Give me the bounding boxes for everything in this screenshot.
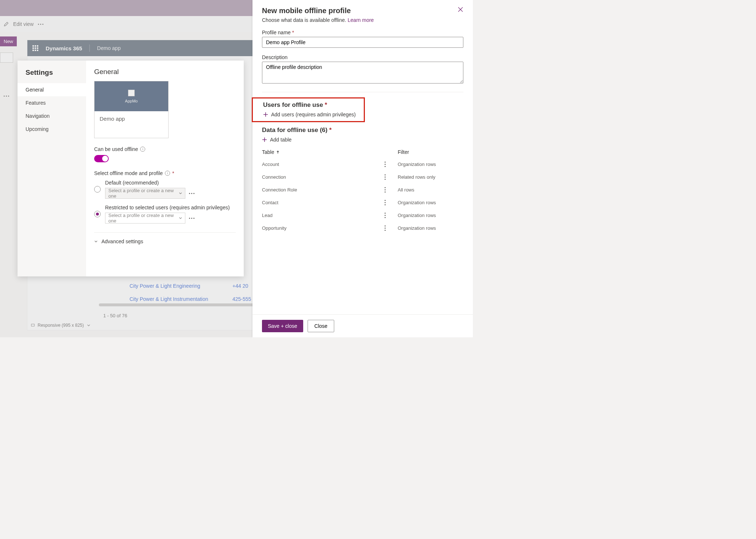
settings-modal: Settings General Features Navigation Upc… [18,61,244,276]
nav-upcoming[interactable]: Upcoming [18,123,86,136]
table-row: ContactOrganization rows [262,196,463,209]
settings-title: Settings [18,69,86,83]
app-card: AppMo Demo app [94,81,169,138]
sort-asc-icon [276,151,279,154]
row-table-name: Connection [262,174,286,180]
new-profile-panel: New mobile offline profile Choose what d… [252,0,473,337]
panel-title: New mobile offline profile [262,7,374,15]
more-icon[interactable] [189,218,194,219]
divider [89,44,90,52]
chevron-down-icon [179,191,182,195]
profile-select-placeholder: Select a profile or create a new one [108,213,179,224]
option-default-label: Default (recommended) [105,180,236,186]
app-image-placeholder-icon [128,90,135,96]
row-table-name: Contact [262,200,278,205]
table-row: OpportunityOrganization rows [262,222,463,234]
preview-link[interactable]: City Power & Light Engineering [130,283,208,289]
offline-toggle[interactable] [94,155,109,162]
close-icon[interactable] [458,7,463,12]
row-menu-icon[interactable] [385,162,398,167]
nav-navigation[interactable]: Navigation [18,109,86,123]
add-users-button[interactable]: Add users (requires admin privileges) [263,112,361,117]
advanced-settings-label: Advanced settings [101,239,143,244]
required-star: * [325,101,327,108]
row-table-name: Opportunity [262,225,286,231]
required-star: * [329,127,332,133]
row-filter: Organization rows [398,225,436,231]
th-filter[interactable]: Filter [398,149,463,155]
toolbar-more-icon[interactable] [38,24,43,25]
radio-restricted[interactable] [94,211,101,217]
nav-general[interactable]: General [18,83,86,96]
waffle-icon[interactable] [32,45,38,51]
th-table[interactable]: Table [262,149,274,155]
svg-rect-0 [31,324,34,326]
row-menu-icon[interactable] [385,213,398,218]
info-icon[interactable]: i [140,147,145,152]
edit-view-button[interactable]: Edit view [13,21,34,27]
description-label: Description [262,54,463,60]
chevron-down-icon [179,216,182,220]
profile-name-label: Profile name [262,30,291,35]
new-button[interactable]: New [0,36,17,46]
preview-phone[interactable]: 425-555 [232,296,251,302]
save-close-button[interactable]: Save + close [262,320,303,332]
users-highlight-box: Users for offline use * Add users (requi… [252,97,365,122]
row-table-name: Lead [262,213,273,218]
data-heading: Data for offline use (6) [262,127,327,133]
divider [262,92,463,92]
add-table-button[interactable]: Add table [262,137,463,143]
row-filter: Related rows only [398,174,435,180]
row-menu-icon[interactable] [385,225,398,231]
radio-default[interactable] [94,186,101,193]
chevron-down-icon[interactable] [87,323,90,327]
app-card-name: Demo app [94,111,168,138]
info-icon[interactable]: i [165,171,170,176]
more-icon[interactable] [189,193,194,194]
preview-link[interactable]: City Power & Light Instrumentation [130,296,208,302]
row-menu-icon[interactable] [385,200,398,205]
left-more-icon[interactable] [4,96,9,97]
nav-features[interactable]: Features [18,96,86,109]
row-menu-icon[interactable] [385,187,398,193]
add-users-label: Add users (requires admin privileges) [271,112,356,117]
row-filter: Organization rows [398,162,436,167]
preview-app-name: Demo app [97,45,121,51]
row-menu-icon[interactable] [385,174,398,180]
row-filter: All rows [398,187,414,193]
row-table-name: Connection Role [262,187,297,193]
add-table-label: Add table [270,137,292,143]
close-button[interactable]: Close [308,320,335,332]
description-input[interactable]: Offline profile description [262,62,463,84]
option-restricted-label: Restricted to selected users (requires a… [105,205,236,210]
users-heading: Users for offline use [263,101,323,108]
advanced-settings-toggle[interactable]: Advanced settings [94,232,236,244]
plus-icon [262,137,267,142]
chevron-down-icon [94,240,98,243]
profile-select-restricted[interactable]: Select a profile or create a new one [105,213,185,224]
left-search-field[interactable] [0,53,13,63]
offline-label: Can be used offline [94,146,138,152]
table-row: Connection RoleAll rows [262,183,463,196]
preview-phone[interactable]: +44 20 [232,283,251,289]
profile-name-input[interactable] [262,37,463,48]
pencil-icon [4,22,9,27]
row-filter: Organization rows [398,213,436,218]
table-row: ConnectionRelated rows only [262,171,463,183]
table-row: AccountOrganization rows [262,158,463,171]
preview-scrollbar[interactable] [99,303,256,306]
learn-more-link[interactable]: Learn more [348,17,374,23]
preview-brand: Dynamics 365 [46,45,82,51]
preview-footer-text: Responsive (995 x 825) [38,323,84,328]
profile-select-placeholder: Select a profile or create a new one [108,188,179,199]
profile-select-default[interactable]: Select a profile or create a new one [105,188,185,199]
plus-icon [263,112,268,117]
table-row: LeadOrganization rows [262,209,463,222]
panel-subtitle: Choose what data is available offline. [262,17,346,23]
responsive-icon [31,323,35,327]
preview-paging: 1 - 50 of 76 [103,313,127,318]
row-table-name: Account [262,162,279,167]
row-filter: Organization rows [398,200,436,205]
required-star: * [172,170,174,176]
required-star: * [292,30,294,35]
